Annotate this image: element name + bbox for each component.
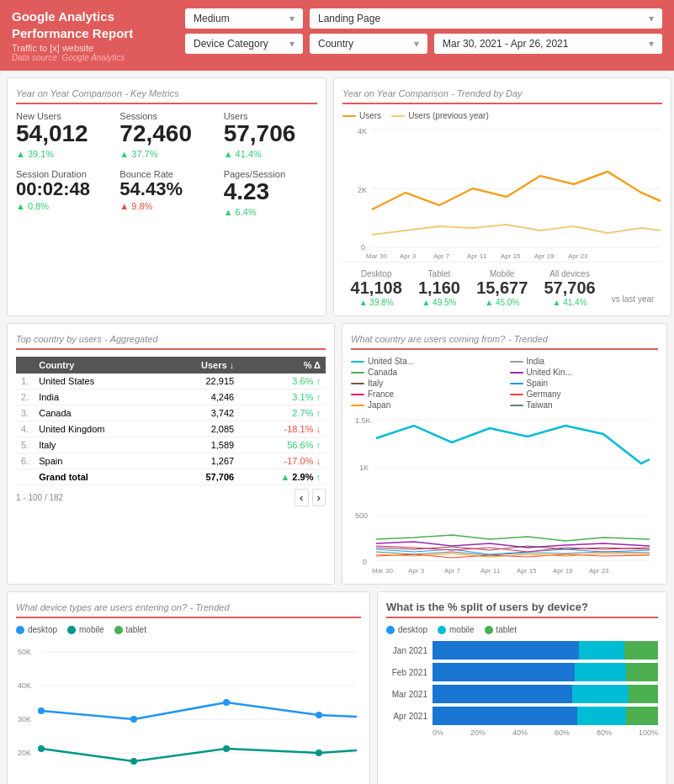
svg-point-45 bbox=[223, 745, 230, 752]
date-range-dropdown[interactable]: Mar 30, 2021 - Apr 26, 2021 ▾ bbox=[434, 34, 662, 54]
svg-text:Apr 3: Apr 3 bbox=[400, 252, 417, 260]
metric-session-duration: Session Duration 00:02:48 ▲ 0.8% bbox=[16, 169, 109, 217]
device-category-dropdown[interactable]: Device Category ▾ bbox=[185, 34, 303, 54]
all-devices-change-arrow: ▲ bbox=[553, 298, 561, 307]
report-title: Google Analytics Performance Report bbox=[12, 8, 172, 41]
tablet-change-arrow: ▲ bbox=[422, 298, 430, 307]
session-duration-arrow-icon: ▲ bbox=[16, 201, 25, 211]
date-range-arrow-icon: ▾ bbox=[649, 38, 654, 50]
bounce-rate-arrow-icon: ▲ bbox=[119, 201, 129, 211]
device-trend-chart: 50K 40K 30K 20K 10K 0 bbox=[16, 639, 361, 784]
landing-page-arrow-icon: ▾ bbox=[649, 13, 654, 24]
year-trend-chart: 4K 2K 0 Mar 30 Apr 3 Apr 7 Apr 11 Apr 15… bbox=[342, 125, 662, 256]
pagination-controls: ‹ › bbox=[295, 489, 326, 506]
key-metrics-card: Year on Year Comparison - Key Metrics Ne… bbox=[7, 77, 326, 316]
row-3: What device types are users entering on?… bbox=[7, 591, 667, 784]
svg-point-46 bbox=[316, 750, 322, 756]
country-trend-chart: 1.5K 1K 500 0 Mar 30 Apr bbox=[351, 413, 654, 573]
vs-last-year: vs last year bbox=[612, 294, 655, 307]
trend-legend: Users Users (previous year) bbox=[342, 111, 662, 120]
table-row: 5. Italy 1,589 56.6% ↑ bbox=[16, 437, 326, 453]
svg-text:20K: 20K bbox=[18, 749, 31, 757]
row-1: Year on Year Comparison - Key Metrics Ne… bbox=[7, 77, 667, 316]
landing-page-dropdown[interactable]: Landing Page ▾ bbox=[310, 8, 662, 29]
svg-text:0: 0 bbox=[361, 243, 365, 252]
metric-new-users: New Users 54,012 ▲ 39.1% bbox=[16, 111, 109, 159]
row-2: Top country by users - Aggregated Countr… bbox=[7, 323, 667, 585]
grand-total-label: Grand total bbox=[39, 472, 88, 482]
country-trend-card: What country are users coming from? - Tr… bbox=[342, 323, 667, 585]
metric-sessions: Sessions 72,460 ▲ 37.7% bbox=[119, 111, 213, 159]
next-page-button[interactable]: › bbox=[312, 489, 326, 506]
country-label: Country bbox=[318, 38, 353, 50]
filter-row-1: Medium ▾ Landing Page ▾ bbox=[185, 8, 662, 29]
table-row: 1. United States 22,915 3.6% ↑ bbox=[16, 373, 326, 389]
metrics-grid: New Users 54,012 ▲ 39.1% Sessions 72,460… bbox=[16, 111, 317, 217]
users-col-header: Users ↓ bbox=[165, 357, 239, 373]
svg-text:Apr 11: Apr 11 bbox=[467, 252, 487, 260]
date-range-label: Mar 30, 2021 - Apr 26, 2021 bbox=[443, 38, 568, 50]
device-tablet: Tablet 1,160 ▲ 49.5% bbox=[418, 269, 460, 307]
svg-text:Apr 23: Apr 23 bbox=[568, 252, 588, 260]
new-users-arrow-icon: ▲ bbox=[16, 149, 25, 159]
svg-point-42 bbox=[316, 712, 322, 718]
svg-text:500: 500 bbox=[355, 511, 368, 520]
svg-text:Apr 23: Apr 23 bbox=[589, 567, 609, 575]
device-trend-card: What device types are users entering on?… bbox=[7, 591, 370, 784]
device-summary-row: Desktop 41,108 ▲ 39.8% Tablet 1,160 ▲ 49… bbox=[342, 262, 662, 307]
tablet-legend-dot bbox=[114, 626, 123, 634]
year-trend-card: Year on Year Comparison - Trended by Day… bbox=[333, 77, 671, 316]
device-all: All devices 57,706 ▲ 41.4% bbox=[544, 269, 595, 307]
svg-text:4K: 4K bbox=[358, 127, 367, 135]
svg-text:1K: 1K bbox=[359, 464, 369, 472]
svg-text:Apr 15: Apr 15 bbox=[501, 252, 521, 260]
sessions-arrow-icon: ▲ bbox=[119, 149, 129, 159]
svg-text:Apr 3: Apr 3 bbox=[408, 567, 425, 575]
main-content: Year on Year Comparison - Key Metrics Ne… bbox=[0, 71, 674, 784]
country-data-table: Country Users ↓ % Δ 1. United States 22,… bbox=[16, 357, 326, 485]
metric-pages-session: Pages/Session 4.23 ▲ 6.4% bbox=[224, 169, 317, 217]
device-trend-legend: desktop mobile tablet bbox=[16, 625, 361, 634]
medium-label: Medium bbox=[194, 13, 230, 24]
svg-point-41 bbox=[223, 699, 230, 706]
country-trend-title: What country are users coming from? - Tr… bbox=[351, 332, 658, 350]
country-col-header: Country bbox=[34, 357, 165, 373]
svg-text:30K: 30K bbox=[18, 715, 31, 723]
svg-point-43 bbox=[38, 745, 45, 752]
country-dropdown[interactable]: Country ▾ bbox=[310, 34, 427, 54]
legend-users-prev: Users (previous year) bbox=[391, 111, 489, 120]
prev-page-button[interactable]: ‹ bbox=[295, 489, 308, 506]
svg-text:Apr 15: Apr 15 bbox=[517, 567, 537, 575]
svg-point-40 bbox=[130, 716, 137, 723]
users-arrow-icon: ▲ bbox=[224, 149, 233, 159]
country-trend-legend: United Sta... India Canada United Kin...… bbox=[351, 357, 658, 410]
medium-dropdown[interactable]: Medium ▾ bbox=[185, 8, 303, 29]
table-row: 6. Spain 1,267 -17.0% ↓ bbox=[16, 453, 326, 469]
country-table-card: Top country by users - Aggregated Countr… bbox=[7, 323, 335, 585]
device-category-arrow-icon: ▾ bbox=[289, 38, 295, 50]
table-row: 3. Canada 3,742 2.7% ↑ bbox=[16, 405, 326, 421]
svg-text:0: 0 bbox=[363, 558, 367, 566]
device-desktop: Desktop 41,108 ▲ 39.8% bbox=[351, 269, 402, 307]
svg-text:Mar 30: Mar 30 bbox=[372, 567, 393, 575]
svg-text:40K: 40K bbox=[18, 681, 31, 690]
metric-users: Users 57,706 ▲ 41.4% bbox=[224, 111, 317, 159]
year-trend-title: Year on Year Comparison - Trended by Day bbox=[342, 87, 662, 104]
svg-text:Apr 19: Apr 19 bbox=[534, 252, 555, 260]
bar-x-labels: 0% 20% 40% 60% 80% 100% bbox=[433, 728, 658, 737]
table-footer: 1 - 100 / 182 ‹ › bbox=[16, 489, 326, 506]
pagination-label: 1 - 100 / 182 bbox=[16, 493, 63, 502]
report-subtitle: Traffic to [x] website bbox=[12, 43, 172, 53]
table-row: 2. India 4,246 3.1% ↑ bbox=[16, 389, 326, 405]
pages-session-arrow-icon: ▲ bbox=[224, 207, 233, 217]
desktop-change-arrow: ▲ bbox=[359, 298, 368, 307]
bar-chart-row: Jan 2021 bbox=[386, 641, 658, 660]
svg-text:Apr 11: Apr 11 bbox=[480, 567, 501, 575]
landing-page-label: Landing Page bbox=[318, 13, 380, 24]
report-title-block: Google Analytics Performance Report Traf… bbox=[12, 8, 172, 62]
users-legend-line bbox=[342, 115, 356, 117]
svg-text:Apr 7: Apr 7 bbox=[444, 567, 461, 575]
device-category-label: Device Category bbox=[194, 38, 268, 50]
device-trend-title: What device types are users entering on?… bbox=[16, 601, 361, 618]
table-row: 4. United Kingdom 2,085 -18.1% ↓ bbox=[16, 421, 326, 437]
